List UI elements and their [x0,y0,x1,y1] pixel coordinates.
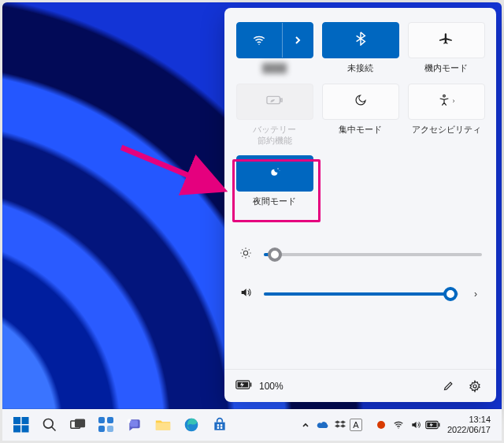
wifi-label: ████ [262,63,287,74]
svg-rect-28 [220,424,223,426]
svg-point-11 [473,385,476,388]
edit-button[interactable] [438,376,458,396]
explorer-button[interactable] [150,412,176,437]
focus-tile[interactable] [322,84,399,120]
panel-footer: 100% [224,369,496,402]
tray-dropbox-icon[interactable] [332,415,348,434]
chevron-right-icon: › [453,97,455,105]
night-light-label: 夜間モード [253,196,296,207]
night-light-icon [269,166,281,181]
accessibility-icon [438,94,450,110]
svg-point-16 [44,419,54,429]
svg-rect-30 [220,427,223,430]
tray-overflow-button[interactable] [298,415,313,434]
taskbar: A 13:14 2022/06/17 [2,409,502,441]
leaf-battery-icon [266,94,284,110]
svg-rect-34 [439,423,440,427]
tray-volume-icon[interactable] [408,415,424,434]
volume-expand-button[interactable]: › [469,289,482,300]
focus-label: 集中モード [339,125,382,136]
quick-settings-panel: ████ 未接続 [224,8,496,402]
widgets-button[interactable] [94,412,119,437]
svg-point-3 [443,95,445,97]
accessibility-label: アクセシビリティ [412,125,481,136]
volume-slider[interactable] [264,292,458,296]
svg-rect-15 [22,426,29,433]
taskbar-pinned-apps [9,412,232,437]
store-button[interactable] [207,412,232,437]
airplane-tile[interactable] [408,22,485,58]
wifi-expand-button[interactable] [282,23,312,58]
bluetooth-label: 未接続 [347,63,373,74]
svg-rect-18 [76,419,85,426]
accessibility-tile[interactable]: › [408,84,485,120]
edge-button[interactable] [179,412,204,437]
taskbar-clock[interactable]: 13:14 2022/06/17 [443,415,495,435]
brightness-slider[interactable] [264,253,482,256]
battery-saver-label: バッテリー 節約機能 [253,125,296,147]
svg-rect-22 [107,426,113,432]
svg-point-7 [243,251,247,255]
airplane-label: 機内モード [424,63,468,74]
tray-todo-icon[interactable] [373,415,389,434]
svg-rect-9 [250,382,252,386]
brightness-slider-row [235,247,485,262]
svg-point-32 [398,428,398,429]
chat-button[interactable] [122,412,147,437]
task-view-button[interactable] [65,412,91,437]
svg-rect-27 [217,424,220,426]
clock-time: 13:14 [447,415,491,425]
svg-rect-13 [22,417,29,424]
night-light-tile[interactable] [236,155,313,192]
wifi-tile[interactable] [236,22,313,58]
volume-slider-row: › [235,286,485,302]
svg-point-31 [377,421,385,429]
airplane-icon [439,32,454,49]
battery-status-icon [235,379,253,393]
svg-rect-25 [156,423,170,430]
svg-rect-2 [280,99,282,102]
brightness-icon [239,247,253,262]
battery-saver-tile[interactable] [236,84,313,120]
clock-date: 2022/06/17 [447,425,491,435]
svg-rect-29 [217,427,220,430]
svg-point-0 [259,44,261,46]
svg-point-5 [279,171,280,172]
tray-ime-icon[interactable]: A [350,419,362,431]
start-button[interactable] [9,412,34,437]
bluetooth-tile[interactable] [322,22,399,58]
svg-point-4 [277,169,278,169]
bluetooth-icon [355,32,366,49]
svg-rect-19 [98,417,105,423]
svg-rect-20 [107,417,113,423]
volume-icon [239,286,253,302]
tray-onedrive-icon[interactable] [315,415,331,434]
battery-level-text: 100% [259,381,284,392]
svg-rect-12 [13,417,20,424]
search-button[interactable] [37,412,62,437]
moon-icon [354,94,367,110]
wifi-icon [237,23,283,58]
tray-battery-icon[interactable] [425,415,441,434]
svg-rect-21 [98,426,105,432]
settings-button[interactable] [465,376,485,396]
tray-wifi-icon[interactable] [391,415,406,434]
svg-rect-24 [130,420,138,426]
svg-rect-14 [13,426,20,433]
